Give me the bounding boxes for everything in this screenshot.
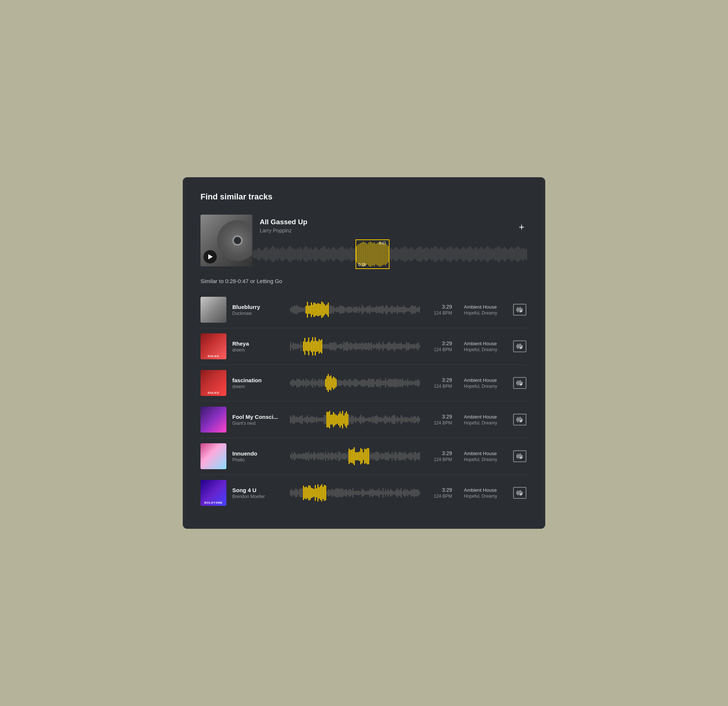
svg-rect-582 [359, 417, 360, 423]
svg-rect-613 [400, 418, 401, 421]
add-to-list-button-blueblurry[interactable] [513, 304, 526, 315]
svg-rect-664 [325, 451, 326, 461]
add-to-list-button-rheya[interactable] [513, 340, 526, 352]
svg-rect-342 [328, 344, 329, 348]
svg-rect-609 [394, 415, 396, 424]
svg-rect-29 [293, 249, 294, 259]
svg-rect-88 [374, 242, 375, 266]
add-to-list-button-innuendo[interactable] [513, 450, 526, 462]
track-waveform-blueblurry[interactable] [290, 300, 420, 319]
svg-rect-623 [412, 417, 413, 421]
svg-rect-767 [319, 487, 319, 499]
svg-rect-312 [521, 310, 521, 312]
track-duration-col: 3:29 124 BPM [426, 377, 452, 389]
svg-rect-671 [334, 454, 335, 459]
track-waveform-svg [290, 373, 420, 393]
svg-rect-101 [393, 250, 393, 259]
track-waveform-innuendo[interactable] [290, 447, 420, 466]
svg-rect-429 [300, 380, 302, 386]
svg-rect-677 [342, 453, 343, 459]
svg-rect-572 [346, 411, 347, 428]
source-artist: Larry Poppinz [260, 227, 308, 233]
svg-rect-738 [517, 454, 518, 459]
svg-rect-822 [390, 489, 391, 496]
svg-rect-804 [367, 491, 368, 495]
track-action-fascination[interactable] [512, 377, 527, 389]
svg-rect-722 [401, 453, 402, 460]
svg-rect-50 [322, 247, 322, 261]
track-waveform-fool[interactable] [290, 410, 420, 429]
svg-rect-318 [297, 344, 298, 349]
track-waveform-fascination[interactable] [290, 373, 420, 393]
svg-rect-358 [348, 344, 350, 349]
play-button[interactable] [204, 250, 217, 263]
svg-rect-22 [283, 247, 284, 261]
svg-rect-56 [330, 250, 331, 259]
svg-rect-252 [351, 307, 352, 312]
track-duration-fool: 3:29 [426, 414, 452, 420]
svg-rect-260 [362, 305, 363, 314]
track-item-fascination[interactable]: DULKO fascination dreem 3:29 124 BPM Amb… [201, 365, 527, 401]
svg-rect-619 [407, 417, 409, 422]
svg-rect-454 [333, 377, 334, 390]
svg-rect-58 [333, 247, 334, 262]
track-title-col: Innuendo Phello [232, 450, 284, 463]
svg-rect-94 [383, 243, 383, 265]
track-genre-blueblurry: Ambient House [464, 304, 506, 310]
track-title-fascination: fascination [232, 377, 284, 383]
track-action-song4u[interactable] [512, 487, 527, 499]
svg-rect-399 [402, 344, 403, 349]
track-item-rheya[interactable]: DULKO Rheya dreem 3:29 124 BPM Ambient H… [201, 328, 527, 365]
svg-rect-69 [348, 250, 349, 259]
add-to-list-button-fascination[interactable] [513, 377, 526, 389]
track-item-innuendo[interactable]: Innuendo Phello 3:29 124 BPM Ambient Hou… [201, 438, 527, 475]
svg-rect-847 [519, 491, 519, 495]
svg-rect-95 [384, 244, 384, 265]
svg-rect-262 [364, 308, 365, 311]
svg-rect-509 [405, 380, 406, 386]
source-waveform[interactable]: 0:47 0:28 [252, 239, 527, 269]
svg-rect-341 [326, 344, 328, 349]
track-waveform-song4u[interactable] [290, 483, 420, 502]
track-action-innuendo[interactable] [512, 450, 527, 462]
svg-rect-139 [445, 250, 446, 259]
svg-rect-506 [401, 380, 402, 386]
svg-rect-255 [355, 307, 356, 312]
svg-rect-566 [338, 414, 339, 425]
svg-rect-773 [326, 491, 328, 494]
svg-rect-421 [290, 381, 291, 385]
svg-rect-379 [376, 343, 377, 350]
svg-rect-360 [351, 343, 352, 350]
svg-rect-102 [394, 248, 395, 260]
track-waveform-rheya[interactable] [290, 337, 420, 356]
svg-rect-661 [321, 453, 322, 460]
svg-rect-24 [286, 250, 287, 259]
svg-rect-43 [312, 250, 313, 259]
track-title-col: Song 4 U Brendon Moeller [232, 487, 284, 499]
track-action-rheya[interactable] [512, 340, 527, 352]
svg-rect-125 [426, 247, 426, 262]
svg-rect-60 [335, 249, 336, 259]
svg-rect-114 [410, 247, 411, 262]
svg-rect-120 [419, 247, 419, 262]
svg-rect-325 [306, 342, 307, 351]
svg-rect-564 [335, 415, 337, 424]
track-item-song4u[interactable]: BOLDYSME Song 4 U Brendon Moeller 3:29 1… [201, 475, 527, 511]
source-track: All Gassed Up Larry Poppinz [201, 212, 527, 269]
track-action-fool[interactable] [512, 414, 527, 425]
svg-rect-792 [351, 490, 352, 495]
add-to-list-button-song4u[interactable] [513, 487, 526, 499]
track-item-blueblurry[interactable]: Blueblurry Duckmaw 3:29 124 BPM Ambient … [201, 292, 527, 328]
svg-rect-507 [402, 379, 403, 387]
svg-rect-175 [495, 247, 495, 261]
track-item-fool[interactable]: Fool My Consci... Giant's nest 3:29 124 … [201, 401, 527, 438]
svg-rect-515 [412, 382, 413, 385]
svg-rect-534 [297, 417, 298, 422]
add-to-list-button-fool[interactable] [513, 414, 526, 425]
svg-rect-348 [335, 343, 337, 350]
svg-rect-843 [417, 489, 419, 496]
track-action-blueblurry[interactable] [512, 304, 527, 315]
play-icon [208, 254, 213, 259]
add-button[interactable]: + [516, 221, 527, 233]
svg-rect-555 [324, 415, 325, 424]
